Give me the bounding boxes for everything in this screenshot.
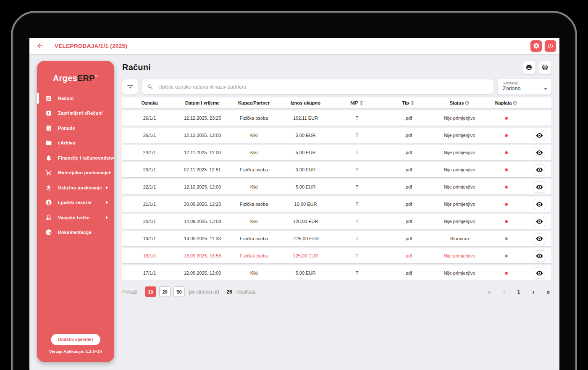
naplata-status-dot bbox=[505, 186, 508, 189]
run-icon bbox=[45, 184, 52, 191]
cell-oznaka: 22/1/1 bbox=[122, 184, 177, 189]
app-bar: VELEPRODAJA/1/1 (2025) bbox=[29, 38, 559, 54]
table-row[interactable]: 22/1/112.10.2025. 12:00Kiki5,00 EURT.pdf… bbox=[122, 179, 551, 194]
cell-status: Nije primjenjivo bbox=[434, 133, 485, 138]
power-icon bbox=[547, 43, 554, 49]
info-icon bbox=[410, 101, 415, 105]
print-outline-button[interactable] bbox=[538, 61, 551, 74]
cell-tip: .pdf bbox=[383, 236, 434, 241]
cell-np: T bbox=[331, 270, 383, 276]
table-row[interactable]: 24/1/112.11.2025. 12:00Kiki5,00 EURT.pdf… bbox=[122, 145, 551, 160]
cell-status: Nije primjenjivo bbox=[434, 150, 485, 155]
view-invoice-button[interactable] bbox=[534, 233, 545, 244]
settings-button[interactable] bbox=[530, 40, 542, 52]
eye-icon bbox=[536, 166, 543, 173]
view-invoice-button[interactable] bbox=[534, 199, 545, 210]
cell-actions bbox=[527, 199, 551, 210]
print-button[interactable] bbox=[522, 61, 536, 74]
sidebar-item-dokumentacija[interactable]: Dokumentacija bbox=[37, 225, 114, 240]
cell-status: Nije primjenjivo bbox=[434, 202, 485, 207]
sidebar-item-vanjske-tvrtke[interactable]: Vanjske tvrtke bbox=[37, 210, 114, 225]
next-page-button[interactable]: › bbox=[533, 289, 535, 295]
sidebar-item-label: Ljudski resursi bbox=[58, 200, 92, 205]
bell-icon bbox=[45, 155, 52, 161]
sidebar-item-label: Materijalno poslovanje bbox=[58, 170, 109, 175]
cell-status: Nije primjenjivo bbox=[434, 253, 485, 258]
cell-iznos: 5,00 EUR bbox=[280, 150, 331, 155]
cell-iznos: 5,00 EUR bbox=[280, 133, 331, 138]
current-page[interactable]: 1 bbox=[517, 289, 520, 295]
sidebar-item-zaprimljeni-eracuni[interactable]: Zaprimljeni eRačuni bbox=[37, 106, 114, 121]
view-invoice-button[interactable] bbox=[534, 250, 545, 262]
app-screen: VELEPRODAJA/1/1 (2025) ArgesERP™ RačuniZ… bbox=[29, 38, 559, 370]
cell-status: Nije primjenjivo bbox=[434, 115, 485, 121]
table-row[interactable]: 19/1/114.09.2025. 11:33Fizička osoba-125… bbox=[122, 231, 551, 246]
cell-actions bbox=[527, 181, 551, 193]
sidebar-item-earhiva[interactable]: eArhiva bbox=[37, 136, 114, 151]
sidebar-item-usluzno-poslovanje[interactable]: Uslužno poslovanje bbox=[37, 180, 114, 195]
cell-kupac: Fizička osoba bbox=[228, 167, 280, 172]
page-size-50[interactable]: 50 bbox=[173, 286, 185, 297]
additional-operators-button[interactable]: Dodatni operateri bbox=[51, 334, 100, 345]
view-invoice-button[interactable] bbox=[534, 216, 545, 227]
printer-outline-icon bbox=[541, 64, 549, 71]
table-row[interactable]: 23/1/107.11.2025. 12:51Fizička osoba0,00… bbox=[122, 162, 551, 177]
sidebar-item-label: Uslužno poslovanje bbox=[58, 185, 102, 190]
sidebar-item-racuni[interactable]: Računi bbox=[37, 91, 114, 106]
cell-status: Storniran bbox=[434, 236, 485, 241]
page-size-10[interactable]: 10 bbox=[145, 286, 156, 297]
cell-datum: 14.09.2025. 11:33 bbox=[177, 236, 228, 241]
table-row[interactable]: 26/1/112.12.2025. 23:25Fizička osoba102,… bbox=[122, 110, 551, 126]
table-row[interactable]: 20/1/114.09.2025. 13:08Kiki120,00 EURT.p… bbox=[122, 214, 551, 229]
first-page-button[interactable]: « bbox=[488, 289, 491, 295]
view-invoice-button[interactable] bbox=[534, 268, 545, 279]
last-page-button[interactable]: » bbox=[546, 289, 550, 295]
previous-page-button[interactable]: ‹ bbox=[503, 289, 505, 295]
cell-naplata bbox=[485, 115, 527, 121]
table-row[interactable]: 18/1/113.09.2025. 16:58Fizička osoba125,… bbox=[122, 248, 551, 263]
sidebar-item-financije-i-racunovodstvo[interactable]: Financije i računovodstvo bbox=[37, 150, 114, 165]
column-header-kupac: Kupac/Partner bbox=[228, 100, 280, 105]
sidebar-item-ponude[interactable]: Ponude bbox=[37, 121, 114, 136]
cell-oznaka: 19/1/1 bbox=[122, 236, 177, 241]
column-header-tip: Tip bbox=[383, 100, 434, 105]
sort-dropdown[interactable]: Sortiranje Zadano bbox=[498, 79, 551, 94]
power-button[interactable] bbox=[545, 40, 556, 52]
view-invoice-button[interactable] bbox=[534, 164, 545, 176]
app-logo: ArgesERP™ bbox=[37, 61, 114, 83]
back-button[interactable] bbox=[35, 41, 45, 50]
cell-kupac: Fizička osoba bbox=[228, 202, 280, 207]
table-row[interactable]: 26/1/112.12.2025. 12:00Kiki5,00 EURT.pdf… bbox=[122, 128, 551, 143]
print-buttons bbox=[522, 61, 551, 74]
info-icon bbox=[465, 101, 469, 105]
sidebar-item-materijalno-poslovanje[interactable]: Materijalno poslovanje bbox=[37, 165, 114, 181]
view-invoice-button[interactable] bbox=[534, 181, 545, 193]
cell-np: T bbox=[331, 150, 383, 155]
eye-icon bbox=[536, 270, 543, 277]
cell-kupac: Fizička osoba bbox=[228, 236, 280, 241]
cell-kupac: Fizička osoba bbox=[228, 253, 280, 258]
filter-button[interactable] bbox=[122, 79, 138, 94]
cell-iznos: 0,00 EUR bbox=[280, 167, 331, 172]
cell-actions bbox=[527, 216, 551, 227]
cell-datum: 12.12.2025. 12:00 bbox=[177, 133, 228, 138]
eye-icon bbox=[536, 235, 543, 242]
tablet-frame: VELEPRODAJA/1/1 (2025) ArgesERP™ RačuniZ… bbox=[11, 11, 577, 370]
naplata-status-dot bbox=[505, 255, 508, 257]
sidebar-item-label: Zaprimljeni eRačuni bbox=[58, 110, 102, 115]
view-invoice-button[interactable] bbox=[534, 147, 545, 158]
cell-datum: 30.09.2025. 12:20 bbox=[177, 202, 228, 207]
eye-icon bbox=[536, 184, 543, 191]
page-size-20[interactable]: 20 bbox=[159, 286, 171, 297]
table-row[interactable]: 17/1/112.09.2025. 12:00Kiki5,00 EURT.pdf… bbox=[122, 265, 551, 281]
cell-tip: .pdf bbox=[383, 253, 434, 258]
naplata-status-dot bbox=[505, 237, 508, 240]
table-row[interactable]: 21/1/130.09.2025. 12:20Fizička osoba10,0… bbox=[122, 197, 551, 212]
view-invoice-button[interactable] bbox=[534, 130, 545, 141]
cell-iznos: 10,00 EUR bbox=[280, 202, 331, 207]
cell-tip: .pdf bbox=[383, 167, 434, 172]
cell-oznaka: 26/1/1 bbox=[122, 133, 177, 138]
search-input[interactable] bbox=[158, 84, 488, 90]
sidebar-item-label: Računi bbox=[58, 96, 74, 101]
sidebar-item-ljudski-resursi[interactable]: Ljudski resursi bbox=[37, 195, 114, 210]
